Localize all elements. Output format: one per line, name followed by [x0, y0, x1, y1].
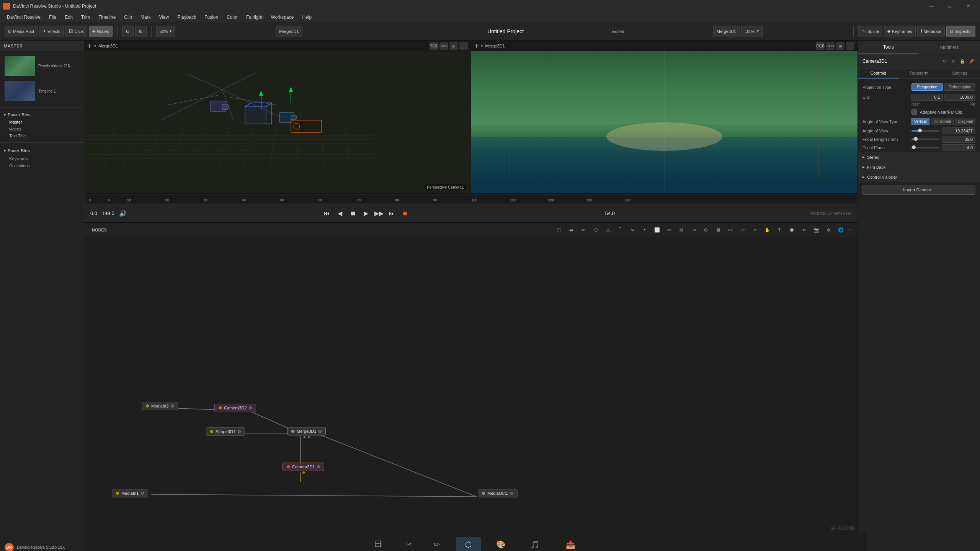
node-tool-3d[interactable]: ⬟	[786, 225, 797, 235]
node-tool-overlay[interactable]: ⊕	[701, 225, 711, 235]
node-tool-path[interactable]: ↗	[750, 225, 760, 235]
node-tool-camera3d[interactable]: 📷	[811, 225, 822, 235]
maximize-button[interactable]: □	[941, 0, 959, 12]
viewer-3d[interactable]: ✛ • Merge3D1 RGB 100% ⊞ ⋯	[84, 41, 471, 193]
viewer-camera-rgb-btn[interactable]: RGB	[816, 42, 825, 50]
sidebar-item-master[interactable]: Master	[0, 119, 84, 126]
go-end-btn[interactable]: ⏭	[387, 208, 397, 219]
import-camera-btn[interactable]: Import Camera...	[862, 185, 975, 195]
sidebar-item-keywords[interactable]: Keywords	[0, 155, 84, 162]
menu-clip[interactable]: Clip	[120, 14, 136, 21]
node-camera3d1[interactable]: Camera3D1	[283, 463, 324, 471]
camera-pin-btn[interactable]: 📌	[968, 57, 975, 65]
clips-btn[interactable]: 🎞 Clips	[65, 26, 87, 37]
node-tool-merge3d[interactable]: ⊛	[823, 225, 834, 235]
spline-btn[interactable]: 〜 Spline	[858, 26, 883, 37]
viewer-3d-fit-btn[interactable]: ⊞	[449, 42, 458, 50]
tab-modifiers[interactable]: Modifiers	[919, 41, 980, 54]
menu-davinci[interactable]: DaVinci Resolve	[3, 14, 44, 21]
viewer-camera-zoom-btn[interactable]: 100%	[826, 42, 835, 50]
node-tool-hand[interactable]: ✋	[762, 225, 773, 235]
menu-workspace[interactable]: Workspace	[267, 14, 298, 21]
play-btn[interactable]: ▶	[361, 208, 371, 219]
node-shape3d1[interactable]: Shape3D1	[206, 427, 245, 436]
viewer-3d-rgb-btn[interactable]: RGB	[430, 42, 438, 50]
node-tool-routing[interactable]: ⇥	[688, 225, 699, 235]
node-tool-tracker[interactable]: ⊠	[713, 225, 724, 235]
nodes-btn[interactable]: ◈ Nodes	[89, 26, 113, 37]
node-tool-planar[interactable]: ▱	[737, 225, 748, 235]
viewer-camera-more-btn[interactable]: ⋯	[846, 42, 854, 50]
sub-tab-controls[interactable]: Controls	[858, 68, 898, 78]
menu-color[interactable]: Color	[223, 14, 242, 21]
menu-timeline[interactable]: Timeline	[95, 14, 119, 21]
node-tool-point[interactable]: •	[639, 225, 650, 235]
node-tool-polygon[interactable]: △	[603, 225, 613, 235]
zoom2-dropdown[interactable]: 100% ▾	[741, 26, 763, 37]
record-btn[interactable]: ⏺	[400, 208, 410, 219]
node-tool-text[interactable]: T	[774, 225, 785, 235]
workspace-btn-cut[interactable]: ✂ Cut	[399, 537, 418, 551]
clip-far-value[interactable]: 1000.0	[944, 94, 976, 101]
metadata-btn[interactable]: ℹ Metadata	[917, 26, 945, 37]
node-tool-paint[interactable]: ✏	[578, 225, 589, 235]
node-camera3d2[interactable]: Camera3D2	[214, 404, 256, 412]
node-tool-paste[interactable]: ⌘	[676, 225, 687, 235]
node-tool-select[interactable]: ⬚	[554, 225, 564, 235]
menu-fairlight[interactable]: Fairlight	[242, 14, 266, 21]
audio-icon[interactable]: 🔊	[119, 210, 127, 217]
node-tool-scene[interactable]: 🌐	[835, 225, 846, 235]
clip-near-value[interactable]: 0.1	[911, 94, 943, 101]
control-visibility-section-toggle[interactable]: ▸ Control Visibility	[858, 172, 980, 182]
camera-refresh-btn[interactable]: ↻	[940, 57, 948, 65]
film-back-section-toggle[interactable]: ▸ Film Back	[858, 162, 980, 172]
close-button[interactable]: ✕	[959, 0, 977, 12]
node-tool-bezier[interactable]: ⌒	[615, 225, 626, 235]
workspace-btn-deliver[interactable]: 📤 Deliver	[558, 537, 583, 551]
menu-file[interactable]: File	[45, 14, 60, 21]
media-pool-btn[interactable]: ⊞ Media Pool	[5, 26, 38, 37]
camera-lock-btn[interactable]: 🔒	[959, 57, 966, 65]
menu-mark[interactable]: Mark	[137, 14, 155, 21]
focal-length-value[interactable]: 35.0	[942, 136, 976, 143]
menu-view[interactable]: View	[155, 14, 173, 21]
keyframes-btn[interactable]: ◆ Keyframes	[884, 26, 916, 37]
thumbnail-item-1[interactable]: Pexels Videos 216...	[3, 54, 81, 77]
inspector-btn[interactable]: ⊟ Inspector	[946, 26, 975, 37]
power-bins-header[interactable]: ▸ Power Bins	[0, 111, 84, 119]
viewer-grid-btn[interactable]: ⊞	[135, 26, 147, 37]
menu-edit[interactable]: Edit	[61, 14, 77, 21]
node-mediaIn1[interactable]: MediaIn1	[112, 489, 148, 497]
tab-tools[interactable]: Tools	[858, 41, 919, 54]
sub-tab-transform[interactable]: Transform	[898, 68, 939, 78]
viewer-layout-btn[interactable]: ⊟	[122, 26, 134, 37]
node-tool-mask[interactable]: ⬡	[590, 225, 601, 235]
viewer-camera[interactable]: ✛ • Merge3D1 RGB 100% ⊞ ⋯	[471, 41, 858, 193]
node-tool-bspline[interactable]: ∿	[627, 225, 638, 235]
node-tool-cut[interactable]: ✂	[664, 225, 675, 235]
node-tool-connect[interactable]: ⇌	[566, 225, 577, 235]
stop-btn[interactable]: ⏹	[348, 208, 358, 219]
workspace-btn-color[interactable]: 🎨 Color	[490, 537, 512, 551]
nodes-more-btn[interactable]: ⋯	[848, 226, 854, 233]
aov-value[interactable]: 19.26427	[942, 127, 976, 134]
sub-tab-settings[interactable]: Settings	[939, 68, 980, 78]
prev-frame-btn[interactable]: ◀	[335, 208, 345, 219]
next-frame-btn[interactable]: ▶▶	[374, 208, 384, 219]
node-merge3d1[interactable]: Merge3D1	[287, 427, 326, 435]
minimize-button[interactable]: —	[923, 0, 940, 12]
sidebar-item-videos[interactable]: videos	[0, 126, 84, 132]
menu-playback[interactable]: Playback	[173, 14, 200, 21]
aov-slider-track[interactable]	[911, 130, 939, 132]
node-tool-stabilize[interactable]: ⊷	[725, 225, 736, 235]
camera-settings-btn[interactable]: ⚙	[949, 57, 957, 65]
sidebar-item-collections[interactable]: Collections	[0, 162, 84, 169]
focal-plane-value[interactable]: 4.0	[942, 144, 976, 151]
workspace-btn-edit[interactable]: ✏ Edit	[427, 537, 447, 551]
projection-orthographic-btn[interactable]: Orthographic	[944, 83, 976, 91]
projection-perspective-btn[interactable]: Perspective	[911, 83, 943, 91]
sidebar-item-text-title[interactable]: Text Title	[0, 132, 84, 139]
viewer-3d-more-btn[interactable]: ⋯	[459, 42, 468, 50]
focal-plane-slider-track[interactable]	[911, 147, 939, 148]
aov-horizontal-btn[interactable]: Horizontal	[931, 118, 954, 125]
